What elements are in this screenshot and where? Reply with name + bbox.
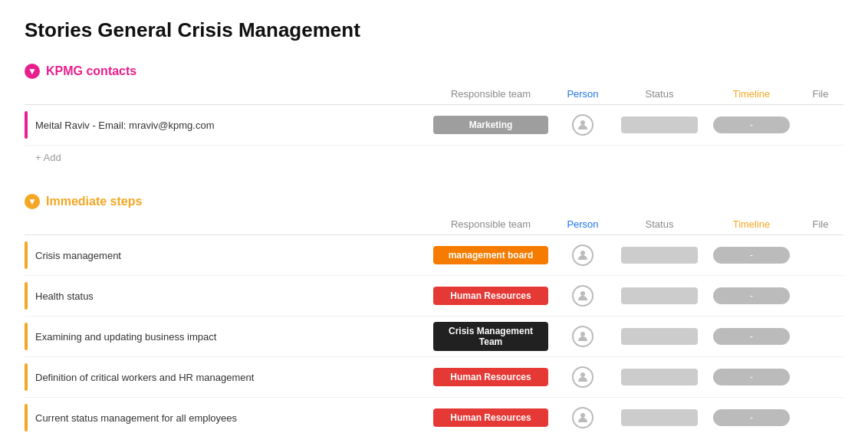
status-bar[interactable] — [621, 247, 698, 264]
cell-status[interactable] — [613, 328, 705, 345]
col-label — [25, 88, 429, 100]
cell-timeline[interactable]: - — [705, 287, 797, 304]
team-badge[interactable]: Human Resources — [433, 287, 548, 305]
row-label: Crisis management — [25, 235, 429, 275]
cell-person[interactable] — [552, 114, 613, 136]
col-person: Person — [552, 218, 613, 230]
cell-team[interactable]: Human Resources — [429, 408, 552, 427]
cell-team[interactable]: Human Resources — [429, 287, 552, 305]
svg-point-0 — [580, 120, 585, 125]
svg-point-4 — [580, 372, 585, 377]
col-responsible-team: Responsible team — [429, 218, 552, 230]
timeline-pill[interactable]: - — [713, 328, 790, 345]
column-headers: Responsible team Person Status Timeline … — [25, 215, 843, 235]
status-bar[interactable] — [621, 328, 698, 345]
table-row: Examining and updating business impact C… — [25, 317, 843, 357]
col-label — [25, 218, 429, 230]
row-label: Definition of critical workers and HR ma… — [25, 357, 429, 397]
row-label: Health status — [25, 276, 429, 316]
cell-person[interactable] — [552, 407, 613, 428]
section-title-kpmg-contacts: KPMG contacts — [46, 64, 136, 78]
col-responsible-team: Responsible team — [429, 88, 552, 100]
cell-person[interactable] — [552, 326, 613, 347]
cell-team[interactable]: Human Resources — [429, 368, 552, 386]
row-left-bar — [25, 282, 28, 310]
col-timeline: Timeline — [705, 88, 797, 100]
section-kpmg-contacts: ▼ KPMG contacts Responsible team Person … — [25, 64, 843, 169]
cell-status[interactable] — [613, 247, 705, 264]
person-icon[interactable] — [572, 244, 593, 266]
status-bar[interactable] — [621, 409, 698, 426]
team-badge[interactable]: Human Resources — [433, 368, 548, 386]
section-immediate-steps: ▼ Immediate steps Responsible team Perso… — [25, 194, 843, 433]
row-left-bar — [25, 241, 28, 269]
status-bar[interactable] — [621, 287, 698, 304]
row-text: Health status — [35, 290, 94, 302]
row-left-bar — [25, 363, 28, 391]
timeline-pill[interactable]: - — [713, 116, 790, 133]
team-badge[interactable]: Crisis Management Team — [433, 322, 548, 351]
column-headers: Responsible team Person Status Timeline … — [25, 85, 843, 105]
timeline-pill[interactable]: - — [713, 287, 790, 304]
cell-timeline[interactable]: - — [705, 369, 797, 385]
team-badge[interactable]: Marketing — [433, 116, 548, 134]
row-text: Examining and updating business impact — [35, 331, 216, 343]
cell-timeline[interactable]: - — [705, 328, 797, 345]
row-text: Current status management for all employ… — [35, 412, 237, 424]
svg-point-1 — [580, 251, 585, 255]
section-icon-immediate-steps[interactable]: ▼ — [25, 194, 40, 209]
cell-person[interactable] — [552, 244, 613, 266]
person-icon[interactable] — [572, 407, 593, 428]
cell-timeline[interactable]: - — [705, 409, 797, 426]
person-icon[interactable] — [572, 326, 593, 347]
table-row: Meital Raviv - Email: mraviv@kpmg.com Ma… — [25, 105, 843, 146]
row-left-bar — [25, 111, 28, 139]
svg-point-5 — [580, 413, 585, 418]
col-file: File — [797, 88, 843, 100]
table-row: Definition of critical workers and HR ma… — [25, 357, 843, 398]
section-icon-kpmg-contacts[interactable]: ▼ — [25, 64, 40, 79]
page-title: Stories General Crisis Management — [25, 18, 843, 42]
section-title-immediate-steps: Immediate steps — [46, 195, 142, 208]
svg-point-2 — [580, 291, 585, 296]
person-icon[interactable] — [572, 366, 593, 388]
cell-status[interactable] — [613, 287, 705, 304]
cell-person[interactable] — [552, 285, 613, 307]
timeline-pill[interactable]: - — [713, 409, 790, 426]
cell-status[interactable] — [613, 409, 705, 426]
cell-status[interactable] — [613, 116, 705, 133]
row-text: Definition of critical workers and HR ma… — [35, 372, 254, 383]
person-icon[interactable] — [572, 114, 593, 136]
team-badge[interactable]: Human Resources — [433, 408, 548, 427]
timeline-pill[interactable]: - — [713, 369, 790, 385]
person-icon[interactable] — [572, 285, 593, 307]
col-person: Person — [552, 88, 613, 100]
cell-team[interactable]: Crisis Management Team — [429, 322, 552, 351]
row-left-bar — [25, 404, 28, 431]
status-bar[interactable] — [621, 369, 698, 385]
row-label: Current status management for all employ… — [25, 398, 429, 433]
col-status: Status — [613, 218, 705, 230]
cell-timeline[interactable]: - — [705, 247, 797, 264]
row-label: Examining and updating business impact — [25, 317, 429, 356]
timeline-pill[interactable]: - — [713, 247, 790, 264]
row-label: Meital Raviv - Email: mraviv@kpmg.com — [25, 105, 429, 145]
table-row: Current status management for all employ… — [25, 398, 843, 433]
team-badge[interactable]: management board — [433, 246, 548, 264]
cell-team[interactable]: Marketing — [429, 116, 552, 134]
col-status: Status — [613, 88, 705, 100]
cell-team[interactable]: management board — [429, 246, 552, 264]
cell-status[interactable] — [613, 369, 705, 385]
svg-point-3 — [580, 332, 585, 336]
cell-person[interactable] — [552, 366, 613, 388]
status-bar[interactable] — [621, 116, 698, 133]
cell-timeline[interactable]: - — [705, 116, 797, 133]
row-text: Crisis management — [35, 250, 121, 261]
row-text: Meital Raviv - Email: mraviv@kpmg.com — [35, 120, 215, 131]
table-row: Crisis management management board - — [25, 235, 843, 276]
col-timeline: Timeline — [705, 218, 797, 230]
add-row[interactable]: + Add — [25, 146, 843, 169]
row-left-bar — [25, 323, 28, 350]
col-file: File — [797, 218, 843, 230]
table-row: Health status Human Resources - — [25, 276, 843, 317]
